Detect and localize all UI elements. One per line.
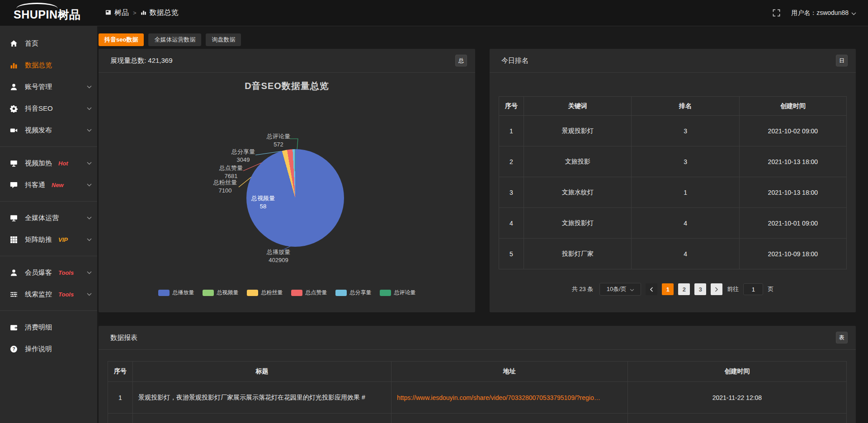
page-button-3[interactable]: 3	[694, 283, 706, 295]
chevron-down-icon	[630, 286, 634, 293]
page-button-2[interactable]: 2	[678, 283, 690, 295]
app-logo[interactable]: SHUPIN树品	[0, 0, 97, 26]
sidebar-item[interactable]: 视频发布	[0, 119, 97, 141]
chevron-down-icon	[87, 216, 92, 220]
legend-label: 总分享量	[350, 289, 372, 296]
legend-item[interactable]: 总评论量	[380, 289, 416, 296]
cell-time: 2021-10-13 18:00	[739, 177, 846, 208]
sidebar-item-badge: Hot	[58, 160, 68, 167]
legend-chip	[335, 290, 347, 296]
sidebar-item[interactable]: 消费明细	[0, 316, 97, 338]
fullscreen-icon[interactable]	[773, 9, 780, 17]
table-row: 1景观投影灯，夜游景观投影灯厂家展示展示落花灯在花园里的灯光投影应用效果 #ht…	[108, 382, 847, 414]
account-icon	[10, 83, 19, 91]
data-report-panel: 数据报表 表 序号标题地址创建时间1景观投影灯，夜游景观投影灯厂家展示展示落花灯…	[99, 326, 856, 423]
cell-url: https://www.iesdouyin.com/share/video/70…	[391, 382, 627, 414]
user-menu[interactable]: 用户名：zswodun88	[791, 9, 856, 17]
legend-chip	[380, 290, 391, 296]
cell-keyword: 文旅投影	[524, 146, 632, 177]
sidebar-item[interactable]: 线索监控Tools	[0, 283, 97, 305]
cell-time: 2021-10-09 18:00	[739, 239, 846, 269]
tab-全媒体运营数据[interactable]: 全媒体运营数据	[148, 33, 201, 46]
logo-arc-decoration	[16, 3, 58, 9]
legend-item[interactable]: 总分享量	[335, 289, 372, 296]
chevron-down-icon	[87, 129, 92, 132]
impressions-total-label: 展现量总数: 421,369	[110, 56, 173, 65]
page-size-select[interactable]: 10条/页	[599, 283, 641, 296]
goto-page-input[interactable]	[743, 283, 763, 295]
sidebar-item[interactable]: 首页	[0, 33, 97, 54]
breadcrumb-root[interactable]: 树品	[105, 8, 129, 18]
sidebar-item[interactable]: 矩阵助推VIP	[0, 229, 97, 250]
sidebar-item[interactable]: 视频加热Hot	[0, 152, 97, 174]
topbar: SHUPIN树品 树品 > 数据总览 用户名：zswodun88	[0, 0, 868, 26]
next-page-button[interactable]	[711, 283, 722, 295]
legend-item[interactable]: 总粉丝量	[247, 289, 283, 296]
cell-index: 1	[108, 382, 133, 414]
sidebar-item-label: 线索监控	[25, 290, 52, 299]
sidebar-item-label: 抖音SEO	[25, 104, 53, 113]
chevron-down-icon	[87, 271, 92, 274]
cell-rank: 3	[632, 116, 739, 146]
breadcrumb-separator: >	[133, 9, 137, 16]
chart-legend: 总播放量总视频量总粉丝量总点赞量总分享量总评论量	[99, 289, 475, 296]
legend-item[interactable]: 总播放量	[158, 289, 194, 296]
sidebar-item-label: 首页	[25, 39, 38, 48]
ranking-table: 序号关键词排名创建时间1景观投影灯32021-10-02 09:002文旅投影3…	[499, 96, 847, 269]
chart-title: D音SEO数据量总览	[99, 80, 475, 92]
cell-rank: 3	[632, 146, 739, 177]
legend-chip	[247, 290, 258, 296]
legend-item[interactable]: 总视频量	[203, 289, 239, 296]
table-view-button[interactable]: 表	[836, 332, 848, 343]
data-source-tabs: 抖音seo数据全媒体运营数据询盘数据	[99, 33, 856, 46]
sidebar-item[interactable]: 账号管理	[0, 76, 97, 98]
legend-chip	[203, 290, 214, 296]
column-header: 标题	[133, 362, 392, 382]
legend-label: 总粉丝量	[261, 289, 283, 296]
seo-overview-panel: 展现量总数: 421,369 总 D音SEO数据量总览 总评论量572 总分享量…	[99, 49, 475, 312]
sidebar-item-label: 视频加热	[25, 159, 52, 168]
column-header: 序号	[108, 362, 133, 382]
daily-ranking-panel: 今日排名 日 序号关键词排名创建时间1景观投影灯32021-10-02 09:0…	[490, 49, 856, 312]
video-link[interactable]: https://www.iesdouyin.com/share/video/70…	[397, 394, 600, 401]
sidebar: 首页数据总览账号管理抖音SEO视频发布视频加热Hot抖客通New全媒体运营矩阵助…	[0, 26, 97, 423]
prev-page-button[interactable]	[646, 283, 657, 295]
logo-text: SHUPIN树品	[14, 9, 80, 20]
sidebar-item[interactable]: 数据总览	[0, 54, 97, 76]
sidebar-item[interactable]: ?操作说明	[0, 338, 97, 360]
legend-label: 总点赞量	[306, 289, 327, 296]
chevron-down-icon	[87, 238, 92, 241]
sidebar-item-label: 账号管理	[25, 83, 52, 91]
pie-label-fans: 总粉丝量7100	[200, 179, 250, 195]
sidebar-item-label: 全媒体运营	[25, 214, 59, 222]
sidebar-item[interactable]: 全媒体运营	[0, 207, 97, 229]
sidebar-item[interactable]: 会员爆客Tools	[0, 262, 97, 283]
total-view-button[interactable]: 总	[455, 55, 467, 66]
chat-icon	[10, 181, 19, 189]
cell-rank: 4	[632, 208, 739, 239]
tab-询盘数据[interactable]: 询盘数据	[206, 33, 241, 46]
ranking-panel-title: 今日排名	[501, 56, 528, 65]
home-icon	[10, 40, 19, 47]
sidebar-item[interactable]: 抖音SEO	[0, 98, 97, 119]
column-header: 关键词	[524, 97, 632, 116]
pagination-total: 共 23 条	[572, 285, 594, 293]
pie-label-plays: 总播放量402909	[254, 248, 303, 264]
legend-item[interactable]: 总点赞量	[291, 289, 327, 296]
cell-keyword: 景观投影灯	[524, 116, 632, 146]
member-icon	[10, 269, 19, 277]
sidebar-item-label: 抖客通	[25, 181, 45, 189]
breadcrumb-current[interactable]: 数据总览	[141, 8, 179, 18]
tab-抖音seo数据[interactable]: 抖音seo数据	[99, 33, 144, 46]
cell-empty	[391, 414, 627, 423]
sidebar-item-label: 视频发布	[25, 126, 52, 135]
report-table: 序号标题地址创建时间1景观投影灯，夜游景观投影灯厂家展示展示落花灯在花园里的灯光…	[108, 361, 847, 423]
sidebar-item[interactable]: 抖客通New	[0, 174, 97, 196]
table-row	[108, 414, 847, 423]
sidebar-item-label: 操作说明	[25, 345, 52, 353]
bar-chart-icon	[141, 9, 146, 17]
page-button-1[interactable]: 1	[662, 283, 674, 295]
chevron-down-icon	[87, 293, 92, 296]
media-icon	[10, 214, 19, 222]
daily-view-button[interactable]: 日	[836, 55, 848, 66]
